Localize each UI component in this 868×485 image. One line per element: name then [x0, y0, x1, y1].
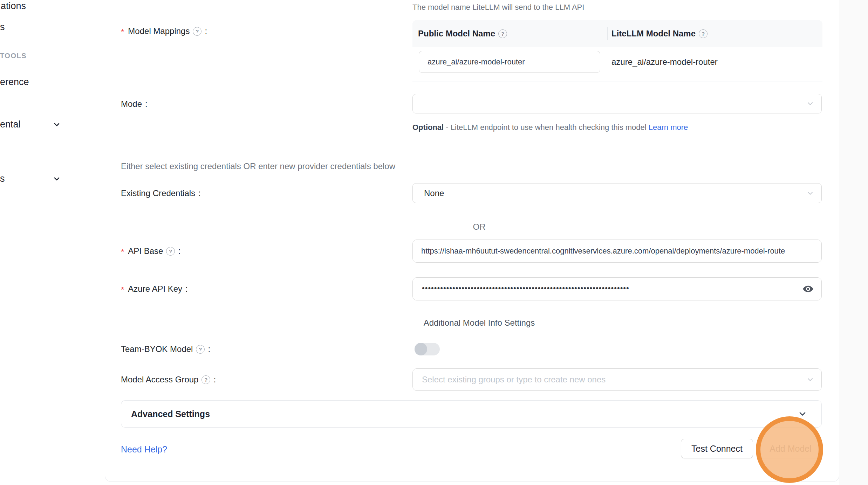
mode-label: Mode : [121, 99, 148, 109]
label-text: Azure API Key [128, 284, 182, 294]
team-byok-label: Team-BYOK Model ? : [121, 344, 210, 354]
question-circle-icon[interactable]: ? [699, 29, 708, 38]
advanced-settings-panel[interactable]: Advanced Settings [121, 400, 822, 428]
table-header-litellm-model-name: LiteLLM Model Name ? [602, 29, 708, 39]
model-access-group-label: Model Access Group ? : [121, 375, 216, 384]
label-colon: : [208, 344, 210, 354]
learn-more-link[interactable]: Learn more [649, 123, 688, 132]
question-circle-icon[interactable]: ? [193, 27, 201, 36]
litellm-model-name-value: azure_ai/azure-model-router [611, 57, 718, 67]
eye-icon[interactable] [802, 283, 814, 295]
sidebar-section-label: TOOLS [0, 52, 27, 60]
api-base-input[interactable]: https://ishaa-mh6uutut-swedencentral.cog… [412, 240, 822, 263]
divider-text: Additional Model Info Settings [424, 318, 535, 328]
team-byok-toggle[interactable] [415, 343, 440, 355]
question-circle-icon[interactable]: ? [166, 247, 175, 256]
label-colon: : [178, 246, 180, 256]
chevron-down-icon[interactable] [53, 175, 61, 185]
divider-line [494, 227, 838, 227]
mode-select[interactable] [412, 94, 822, 113]
label-colon: : [213, 375, 216, 384]
sidebar-item-clipped-1[interactable]: ations [1, 1, 26, 12]
label-colon: : [205, 26, 207, 36]
table-header-public-model-name: Public Model Name ? [412, 29, 602, 39]
chevron-down-icon[interactable] [798, 409, 807, 419]
existing-credentials-select[interactable]: None [412, 183, 822, 203]
chevron-down-icon [806, 189, 814, 198]
sidebar-section-tools: TOOLS [0, 52, 27, 60]
mode-help-text: Optional - LiteLLM endpoint to use when … [412, 120, 696, 134]
label-text: Model Access Group [121, 375, 198, 384]
sidebar-item-label: ental [0, 119, 21, 130]
table-row: azure_ai/azure-model-router azure_ai/azu… [412, 47, 822, 82]
additional-model-info-divider: Additional Model Info Settings [121, 318, 838, 328]
label-text: Existing Credentials [121, 188, 195, 198]
help-text: - LiteLLM endpoint to use when health ch… [444, 123, 649, 132]
add-model-form-screen: ations s TOOLS erence ental s The model … [0, 0, 868, 485]
chevron-down-icon[interactable] [53, 120, 61, 130]
divider-line [543, 323, 838, 323]
credentials-note: Either select existing credentials OR en… [121, 161, 395, 171]
required-marker: * [121, 27, 124, 37]
table-header-row: Public Model Name ? LiteLLM Model Name ? [412, 20, 822, 47]
toggle-knob [415, 343, 427, 355]
sidebar-item-label: s [0, 173, 5, 184]
masked-password-value: ••••••••••••••••••••••••••••••••••••••••… [413, 284, 629, 293]
azure-api-key-input[interactable]: ••••••••••••••••••••••••••••••••••••••••… [412, 277, 822, 300]
sidebar-divider [105, 0, 105, 485]
need-help-link[interactable]: Need Help? [121, 444, 167, 455]
input-value: azure_ai/azure-model-router [419, 57, 525, 67]
header-text: Public Model Name [418, 29, 495, 39]
model-name-help-text: The model name LiteLLM will send to the … [412, 3, 584, 12]
sidebar-item-clipped-4[interactable]: ental [0, 119, 21, 130]
page-background-right [839, 0, 868, 485]
select-value: None [413, 188, 444, 198]
azure-api-key-label: * Azure API Key : [121, 284, 188, 294]
sidebar-item-clipped-2[interactable]: s [0, 22, 5, 33]
divider-line [121, 227, 465, 227]
header-text: LiteLLM Model Name [611, 29, 696, 39]
sidebar-item-label: s [0, 22, 5, 32]
model-access-group-select[interactable]: Select existing groups or type to create… [412, 368, 822, 391]
label-text: Model Mappings [128, 26, 190, 36]
model-mappings-table: Public Model Name ? LiteLLM Model Name ?… [412, 20, 822, 82]
required-marker: * [121, 285, 124, 295]
divider-line [121, 323, 415, 323]
public-model-name-input[interactable]: azure_ai/azure-model-router [419, 51, 600, 73]
api-base-label: * API Base ? : [121, 246, 180, 256]
label-colon: : [145, 99, 148, 109]
label-colon: : [185, 284, 188, 294]
header-column-divider [607, 27, 608, 40]
test-connect-button[interactable]: Test Connect [681, 439, 753, 458]
sidebar-item-clipped-5[interactable]: s [0, 173, 5, 184]
model-mappings-label: * Model Mappings ? : [121, 26, 207, 36]
label-text: Team-BYOK Model [121, 344, 193, 354]
click-target-annotation-circle [756, 416, 823, 483]
question-circle-icon[interactable]: ? [201, 375, 210, 384]
optional-badge-text: Optional [412, 123, 444, 132]
question-circle-icon[interactable]: ? [498, 29, 507, 38]
input-value: https://ishaa-mh6uutut-swedencentral.cog… [413, 247, 785, 256]
sidebar-item-label: erence [0, 77, 29, 87]
chevron-down-icon [806, 99, 814, 108]
label-colon: : [198, 188, 201, 198]
advanced-settings-title: Advanced Settings [121, 409, 210, 419]
existing-credentials-label: Existing Credentials : [121, 188, 201, 198]
chevron-down-icon [806, 375, 814, 384]
sidebar-item-label: ations [1, 1, 26, 11]
label-text: API Base [128, 246, 163, 256]
label-text: Mode [121, 99, 142, 109]
or-divider: OR [121, 222, 838, 232]
select-placeholder: Select existing groups or type to create… [413, 375, 606, 384]
sidebar-item-clipped-3[interactable]: erence [0, 77, 29, 88]
required-marker: * [121, 247, 124, 257]
divider-text: OR [473, 222, 486, 232]
question-circle-icon[interactable]: ? [196, 345, 205, 354]
